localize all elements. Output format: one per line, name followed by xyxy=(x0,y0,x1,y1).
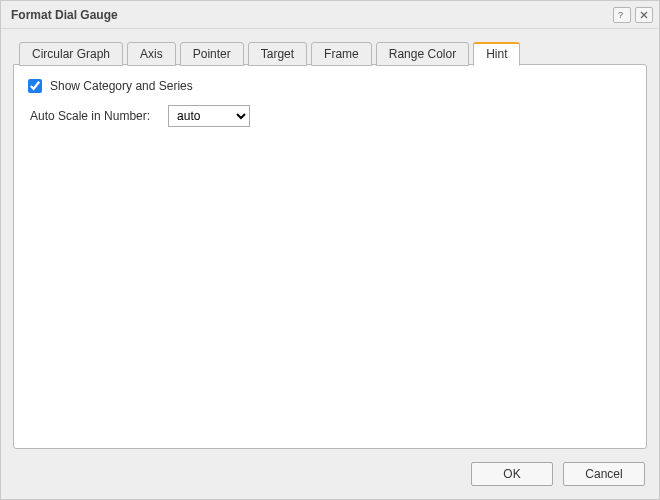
tab-hint[interactable]: Hint xyxy=(473,42,520,66)
tab-label: Target xyxy=(261,47,294,61)
cancel-button-label: Cancel xyxy=(585,467,622,481)
ok-button-label: OK xyxy=(503,467,520,481)
tab-label: Pointer xyxy=(193,47,231,61)
tab-label: Axis xyxy=(140,47,163,61)
tab-axis[interactable]: Axis xyxy=(127,42,176,66)
tab-label: Circular Graph xyxy=(32,47,110,61)
svg-text:?: ? xyxy=(618,10,623,20)
tab-circular-graph[interactable]: Circular Graph xyxy=(19,42,123,66)
auto-scale-row: Auto Scale in Number: auto xyxy=(28,105,632,127)
auto-scale-select[interactable]: auto xyxy=(168,105,250,127)
show-category-and-series-checkbox[interactable] xyxy=(28,79,42,93)
tab-range-color[interactable]: Range Color xyxy=(376,42,469,66)
help-button[interactable]: ? xyxy=(613,7,631,23)
tab-strip: Circular Graph Axis Pointer Target Frame… xyxy=(13,41,647,65)
tab-pointer[interactable]: Pointer xyxy=(180,42,244,66)
tab-panel-hint: Show Category and Series Auto Scale in N… xyxy=(13,64,647,449)
tab-label: Hint xyxy=(486,47,507,61)
dialog-body: Circular Graph Axis Pointer Target Frame… xyxy=(1,29,659,449)
close-button[interactable] xyxy=(635,7,653,23)
tab-label: Frame xyxy=(324,47,359,61)
help-icon: ? xyxy=(618,10,626,20)
tab-target[interactable]: Target xyxy=(248,42,307,66)
dialog-footer: OK Cancel xyxy=(1,449,659,499)
tab-label: Range Color xyxy=(389,47,456,61)
dialog-title: Format Dial Gauge xyxy=(11,8,609,22)
titlebar: Format Dial Gauge ? xyxy=(1,1,659,29)
dialog: Format Dial Gauge ? Circular Graph Axis … xyxy=(0,0,660,500)
auto-scale-label: Auto Scale in Number: xyxy=(30,109,150,123)
close-icon xyxy=(640,11,648,19)
tab-frame[interactable]: Frame xyxy=(311,42,372,66)
ok-button[interactable]: OK xyxy=(471,462,553,486)
show-category-row: Show Category and Series xyxy=(28,79,632,93)
show-category-and-series-label: Show Category and Series xyxy=(50,79,193,93)
cancel-button[interactable]: Cancel xyxy=(563,462,645,486)
